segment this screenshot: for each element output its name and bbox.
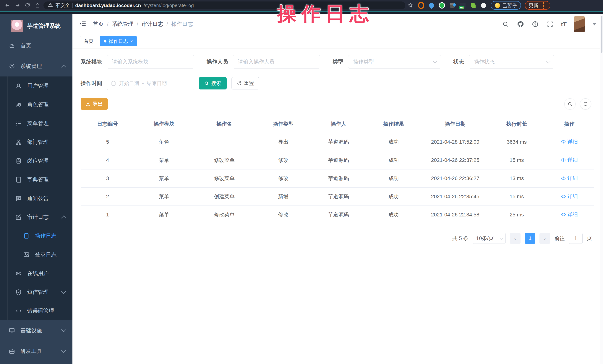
browser-back-button[interactable] <box>3 1 12 10</box>
font-size-icon[interactable]: tT <box>561 21 567 28</box>
profile-paused-pill[interactable]: 已暂停 <box>491 1 521 10</box>
sidebar-item-online-users[interactable]: 在线用户 <box>0 264 72 283</box>
user-avatar[interactable] <box>574 16 585 32</box>
eye-icon <box>561 176 566 181</box>
chevron-down-icon[interactable] <box>592 23 597 25</box>
sidebar-item-audit-log[interactable]: 审计日志 <box>0 208 72 226</box>
sidebar-item-notice-mgmt[interactable]: 通知公告 <box>0 189 72 208</box>
table-cell: 13 ms <box>488 169 545 188</box>
tag-operate-log[interactable]: 操作日志× <box>100 36 137 46</box>
close-icon[interactable]: × <box>130 39 133 44</box>
chevron-up-icon <box>61 216 66 221</box>
sidebar-item-user-mgmt[interactable]: 用户管理 <box>0 77 72 95</box>
extension-leaf-icon[interactable] <box>470 2 476 9</box>
date-range-picker[interactable]: 开始日期 - 结束日期 <box>107 77 194 90</box>
sidebar-item-operate-log[interactable]: 操作日志 <box>0 226 72 245</box>
browser-address-bar[interactable]: 不安全 dashboard.yudao.iocoder.cn /system/l… <box>44 1 405 9</box>
sidebar-item-label: 用户管理 <box>27 82 49 90</box>
sidebar-item-menu-mgmt[interactable]: 菜单管理 <box>0 114 72 133</box>
sidebar-item-label: 通知公告 <box>27 195 49 202</box>
toolbox-icon <box>8 347 16 355</box>
sidebar-item-dict-mgmt[interactable]: 字典管理 <box>0 170 72 189</box>
extension-green-check-icon[interactable] <box>439 2 445 9</box>
sidebar-item-error-code-mgmt[interactable]: 错误码管理 <box>0 301 72 320</box>
detail-link[interactable]: 详细 <box>561 156 578 164</box>
status-select[interactable]: 操作状态 <box>469 55 554 68</box>
page-scrollbar[interactable] <box>600 14 603 364</box>
chevron-down-icon <box>546 59 551 64</box>
search-button[interactable]: 搜索 <box>199 77 227 89</box>
detail-link[interactable]: 详细 <box>561 211 578 218</box>
sidebar-item-dept-mgmt[interactable]: 部门管理 <box>0 133 72 152</box>
goto-page-input[interactable] <box>569 233 583 244</box>
module-input[interactable] <box>107 55 194 68</box>
wifi-icon <box>15 270 22 277</box>
extension-pin-icon[interactable] <box>428 2 435 9</box>
table-cell: 成功 <box>365 188 422 206</box>
sidebar-item-system-mgmt[interactable]: 系统管理 <box>0 56 72 77</box>
extension-on-icon[interactable]: on <box>460 2 466 9</box>
sidebar-item-label: 错误码管理 <box>27 307 54 315</box>
table-cell: 3 <box>81 169 135 188</box>
sidebar-item-role-mgmt[interactable]: 角色管理 <box>0 95 72 114</box>
extension-paw-icon[interactable] <box>480 2 487 9</box>
table-cell <box>194 133 255 151</box>
toggle-search-button[interactable] <box>564 98 576 110</box>
column-header: 操作 <box>545 115 594 133</box>
operator-input[interactable] <box>233 55 320 68</box>
sidebar-item-post-mgmt[interactable]: 岗位管理 <box>0 152 72 170</box>
chevron-down-icon <box>61 289 66 294</box>
prev-page-button[interactable]: ‹ <box>510 233 521 244</box>
table-cell: 修改 <box>255 206 312 224</box>
reset-button[interactable]: 重置 <box>232 77 259 89</box>
breadcrumb-item[interactable]: 系统管理 <box>112 21 133 28</box>
scrollbar-thumb[interactable] <box>601 16 603 53</box>
search-icon[interactable] <box>502 20 509 28</box>
column-header: 操作人 <box>312 115 365 133</box>
next-page-button[interactable]: › <box>539 233 550 244</box>
table-cell: 创建菜单 <box>194 188 255 206</box>
extension-grid-icon[interactable] <box>449 2 455 9</box>
sidebar-fold-icon[interactable] <box>79 20 87 28</box>
browser-update-button[interactable]: 更新 ⋮⋮ <box>525 1 550 10</box>
tag-home[interactable]: 首页 <box>80 36 97 46</box>
table-cell: 角色 <box>135 133 194 151</box>
current-page-button[interactable]: 1 <box>525 233 535 244</box>
detail-link[interactable]: 详细 <box>561 138 578 145</box>
github-icon[interactable] <box>516 20 524 28</box>
screen: 不安全 dashboard.yudao.iocoder.cn /system/l… <box>0 0 603 364</box>
column-header: 操作模块 <box>135 115 194 133</box>
breadcrumb-separator: / <box>166 21 168 27</box>
sidebar-item-login-log[interactable]: 登录日志 <box>0 245 72 264</box>
fullscreen-icon[interactable] <box>546 20 554 28</box>
browser-home-button[interactable] <box>34 1 42 10</box>
breadcrumb-item[interactable]: 首页 <box>93 21 104 28</box>
breadcrumb-item[interactable]: 审计日志 <box>141 21 163 28</box>
sidebar-item-infrastructure[interactable]: 基础设施 <box>0 320 72 341</box>
extension-orange-icon[interactable] <box>418 2 424 9</box>
app-logo[interactable]: 芋道管理系统 <box>0 14 72 35</box>
page-size-select[interactable]: 10条/页 <box>473 233 506 244</box>
sidebar-item-sms-mgmt[interactable]: 短信管理 <box>0 283 72 301</box>
bookmark-star-icon[interactable] <box>407 2 414 9</box>
kebab-menu-icon[interactable]: ⋮⋮ <box>541 2 546 9</box>
gear-icon <box>8 63 16 70</box>
table-cell: 修改 <box>255 151 312 169</box>
tag-label: 首页 <box>84 38 93 44</box>
app-header: 首页/系统管理/审计日志/操作日志 tT <box>72 14 603 34</box>
users-icon <box>15 101 22 108</box>
browser-forward-button[interactable] <box>13 1 22 10</box>
detail-link[interactable]: 详细 <box>561 193 578 200</box>
chevron-down-icon <box>61 327 66 332</box>
sidebar-item-home[interactable]: 首页 <box>0 35 72 56</box>
detail-link[interactable]: 详细 <box>561 175 578 182</box>
security-label[interactable]: 不安全 <box>55 2 70 9</box>
table-cell: 菜单 <box>135 169 194 188</box>
refresh-table-button[interactable] <box>580 98 591 110</box>
type-select[interactable]: 操作类型 <box>348 55 441 68</box>
browser-reload-button[interactable] <box>23 1 32 10</box>
tags-view: 首页操作日志× <box>72 34 603 48</box>
sidebar-item-dev-tools[interactable]: 研发工具 <box>0 341 72 361</box>
help-icon[interactable] <box>531 20 539 28</box>
export-button[interactable]: 导出 <box>81 98 108 110</box>
